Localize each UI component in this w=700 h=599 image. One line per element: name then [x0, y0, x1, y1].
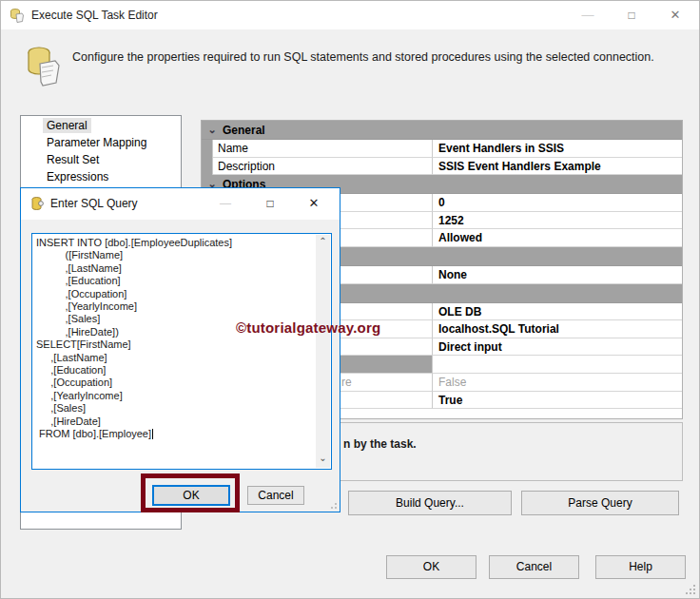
- scroll-down-icon[interactable]: ⌄: [316, 454, 330, 468]
- popup-minimize-icon[interactable]: —: [211, 189, 240, 218]
- nav-item-expressions[interactable]: Expressions: [43, 169, 112, 184]
- popup-close-icon[interactable]: ✕: [300, 189, 328, 218]
- sql-query-textarea[interactable]: INSERT INTO [dbo].[EmployeeDuplicates] (…: [31, 233, 332, 470]
- property-label: Description: [213, 158, 433, 176]
- titlebar: Execute SQL Task Editor — □ ✕: [1, 1, 699, 29]
- dialog-description: Configure the properties required to run…: [72, 50, 671, 64]
- property-value[interactable]: Allowed: [433, 229, 682, 247]
- property-value[interactable]: None: [433, 266, 682, 284]
- watermark-text: ©tutorialgateway.org: [236, 319, 380, 336]
- property-value[interactable]: localhost.SQL Tutorial: [433, 320, 682, 338]
- property-row-description[interactable]: Description SSIS Event Handlers Example: [202, 158, 682, 176]
- chevron-down-icon[interactable]: ⌄: [202, 124, 223, 136]
- help-button[interactable]: Help: [595, 555, 686, 579]
- maximize-icon[interactable]: □: [615, 1, 648, 29]
- ok-highlight-annotation: [141, 473, 240, 512]
- property-value[interactable]: Event Handlers in SSIS: [433, 140, 682, 158]
- sql-task-icon: [10, 8, 25, 23]
- nav-item-general[interactable]: General: [43, 118, 91, 133]
- ok-button[interactable]: OK: [386, 555, 476, 579]
- property-value[interactable]: Direct input: [433, 338, 682, 357]
- group-header-general[interactable]: ⌄ General: [202, 121, 682, 140]
- nav-item-parameter-mapping[interactable]: Parameter Mapping: [43, 135, 150, 150]
- property-value: False: [433, 374, 682, 392]
- property-description-text: n by the task.: [343, 437, 417, 451]
- minimize-icon[interactable]: —: [572, 1, 604, 29]
- property-value[interactable]: OLE DB: [433, 303, 682, 321]
- build-query-button[interactable]: Build Query...: [348, 491, 512, 515]
- enter-sql-query-dialog: Enter SQL Query — □ ✕ INSERT INTO [dbo].…: [20, 187, 340, 512]
- popup-title: Enter SQL Query: [50, 197, 138, 210]
- property-label: Name: [213, 140, 433, 158]
- sql-query-text: INSERT INTO [dbo].[EmployeeDuplicates] (…: [36, 237, 315, 441]
- sql-query-icon: [31, 197, 44, 211]
- execute-sql-task-editor-window: Execute SQL Task Editor — □ ✕ Configure …: [0, 0, 700, 599]
- scroll-up-icon[interactable]: ⌃: [316, 235, 330, 249]
- property-row-name[interactable]: Name Event Handlers in SSIS: [202, 140, 682, 158]
- scrollbar[interactable]: ⌃ ⌄: [316, 235, 330, 468]
- resize-grip[interactable]: [686, 585, 695, 594]
- window-title: Execute SQL Task Editor: [31, 9, 158, 22]
- property-value[interactable]: True: [433, 392, 682, 410]
- property-value[interactable]: SSIS Event Handlers Example: [433, 158, 682, 176]
- property-value[interactable]: 1252: [433, 212, 682, 230]
- popup-maximize-icon[interactable]: □: [256, 189, 284, 218]
- sql-task-header-icon: [27, 45, 61, 87]
- parse-query-button[interactable]: Parse Query: [521, 491, 679, 515]
- popup-titlebar: Enter SQL Query — □ ✕: [21, 188, 340, 220]
- popup-cancel-button[interactable]: Cancel: [247, 486, 304, 505]
- close-icon[interactable]: ✕: [659, 1, 691, 29]
- popup-resize-grip[interactable]: [328, 500, 337, 509]
- cancel-button[interactable]: Cancel: [489, 555, 579, 579]
- property-value[interactable]: [433, 356, 682, 374]
- nav-item-result-set[interactable]: Result Set: [43, 152, 103, 167]
- property-value[interactable]: 0: [433, 194, 682, 212]
